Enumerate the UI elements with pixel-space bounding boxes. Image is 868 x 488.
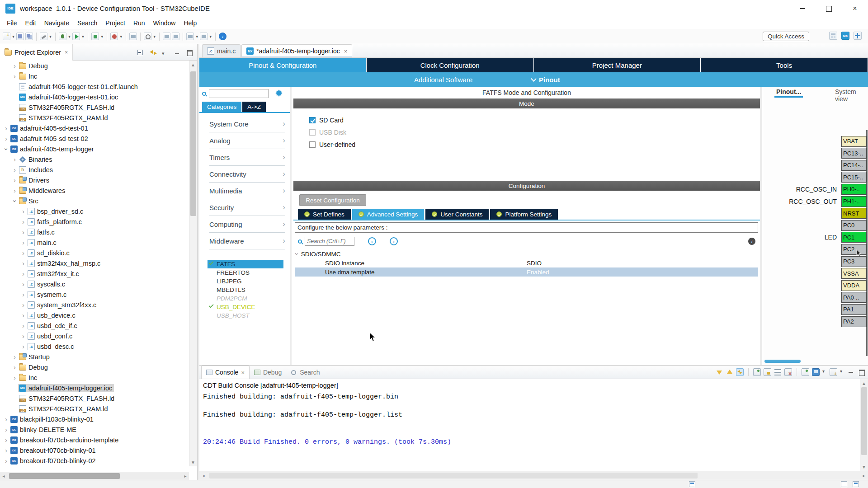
expander-expand-icon[interactable]: › [11, 354, 18, 360]
pin-vbat[interactable]: VBAT [841, 136, 867, 147]
scroll-right-icon[interactable]: ▸ [861, 472, 867, 479]
category-system-core[interactable]: System Core› [209, 116, 285, 132]
expander-expand-icon[interactable]: › [11, 188, 18, 194]
tree-item-binaries[interactable]: ›Binaries [0, 154, 189, 164]
console-tab-console[interactable]: Console× [201, 366, 250, 379]
editor-horizontal-scrollbar[interactable]: ◂ ▸ [199, 471, 868, 480]
tab-pinout[interactable]: Pinout... [776, 88, 801, 95]
expander-expand-icon[interactable]: › [11, 73, 18, 80]
middleware-usb-host[interactable]: USB_HOST [208, 311, 283, 320]
maximize-view-icon[interactable] [858, 368, 865, 376]
tree-item-blinky-delete-me[interactable]: ›blinky-DELETE-ME [0, 424, 189, 435]
word-wrap-icon[interactable] [774, 368, 782, 376]
editor-tab-adafruit-f405-temp-logger-ioc[interactable]: *adafruit-f405-temp-logger.ioc× [241, 44, 352, 57]
ioc-tab-project-manager[interactable]: Project Manager [534, 58, 701, 72]
menu-navigate[interactable]: Navigate [40, 18, 73, 28]
pinout-horizontal-scrollbar-thumb[interactable] [764, 360, 801, 363]
collapse-all-icon[interactable] [137, 49, 145, 56]
param-row-use-dma-template[interactable]: Use dma templateEnabled [295, 267, 758, 277]
pin-ph0[interactable]: PH0-.. [841, 184, 867, 195]
dropdown-caret-icon[interactable]: ▾ [196, 34, 198, 39]
gear-icon[interactable] [275, 89, 283, 99]
expander-expand-icon[interactable]: › [20, 260, 27, 267]
scroll-up-icon[interactable]: ▲ [190, 61, 196, 68]
param-value[interactable]: SDIO [527, 260, 758, 267]
tree-item-debug[interactable]: ›Debug [0, 61, 189, 71]
expander-collapse-icon[interactable]: › [293, 253, 301, 255]
scroll-left-icon[interactable]: ◂ [200, 472, 207, 479]
tree-item-usbd-cdc-if-c[interactable]: ›usbd_cdc_if.c [0, 320, 189, 331]
menu-file[interactable]: File [3, 18, 21, 28]
middleware-pdm2pcm[interactable]: PDM2PCM [208, 294, 283, 303]
next-match-button[interactable] [390, 237, 398, 245]
editor-tab-main-c[interactable]: main.c [202, 44, 241, 57]
open-console-icon[interactable] [802, 368, 809, 376]
settings-tab-platform-settings[interactable]: Platform Settings [490, 209, 558, 220]
window-minimize-button[interactable] [789, 0, 816, 17]
expander-expand-icon[interactable]: › [3, 136, 9, 142]
scrollbar-thumb[interactable] [209, 473, 698, 479]
info-icon[interactable] [219, 33, 226, 40]
middleware-freertos[interactable]: FREERTOS [208, 268, 283, 277]
dropdown-caret-icon[interactable]: ▾ [82, 34, 84, 39]
menu-project[interactable]: Project [101, 18, 129, 28]
checkbox-icon[interactable] [309, 129, 316, 136]
tree-item-sd-diskio-c[interactable]: ›sd_diskio.c [0, 248, 189, 258]
pin-vdda[interactable]: VDDA [841, 280, 867, 291]
expander-collapse-icon[interactable]: › [12, 197, 18, 204]
tree-item-usb-device-c[interactable]: ›usb_device.c [0, 310, 189, 320]
scroll-down-icon[interactable] [715, 368, 723, 376]
checkbox-icon[interactable] [309, 141, 316, 148]
pin-pc2[interactable]: PC2 [841, 244, 867, 255]
expander-expand-icon[interactable]: › [20, 323, 27, 329]
param-value[interactable]: Enabled [527, 269, 758, 276]
console-vertical-scrollbar[interactable]: ▲ ▼ [860, 379, 868, 471]
tree-item-syscalls-c[interactable]: ›syscalls.c [0, 279, 189, 289]
expander-expand-icon[interactable]: › [20, 302, 27, 308]
scrollbar-thumb[interactable] [861, 387, 867, 455]
scroll-right-icon[interactable]: ▸ [182, 473, 189, 479]
save-all-icon[interactable] [25, 33, 33, 40]
expander-expand-icon[interactable]: › [3, 437, 9, 443]
tree-item-inc[interactable]: ›Inc [0, 372, 189, 383]
dropdown-caret-icon[interactable]: ▾ [68, 34, 71, 39]
middleware-usb-device[interactable]: USB_DEVICE [208, 303, 283, 311]
pin-console-icon[interactable] [753, 368, 761, 376]
expander-expand-icon[interactable]: › [20, 208, 27, 215]
close-icon[interactable]: × [344, 48, 348, 55]
expander-expand-icon[interactable]: › [20, 239, 27, 246]
category-security[interactable]: Security› [209, 199, 285, 216]
menu-search[interactable]: Search [73, 18, 101, 28]
device-configuration-perspective-icon[interactable] [841, 32, 849, 40]
menu-edit[interactable]: Edit [21, 18, 40, 28]
expander-expand-icon[interactable]: › [20, 271, 27, 277]
expander-expand-icon[interactable]: › [20, 312, 27, 319]
expander-expand-icon[interactable]: › [11, 375, 18, 381]
tree-item-src[interactable]: ›Src [0, 196, 189, 206]
explorer-vertical-scrollbar[interactable]: ▲ ▼ [189, 61, 197, 466]
menu-window[interactable]: Window [149, 18, 180, 28]
tree-item-adafruit-f405-logger-test-01-ioc[interactable]: adafruit-f405-logger-test-01.ioc [0, 92, 189, 102]
show-console-on-output-icon[interactable] [736, 368, 744, 376]
scrollbar-thumb[interactable] [190, 71, 196, 216]
dropdown-caret-icon[interactable]: ▾ [12, 34, 14, 39]
coverage-icon[interactable] [110, 33, 118, 40]
tree-item-bsp-driver-sd-c[interactable]: ›bsp_driver_sd.c [0, 206, 189, 216]
tab-system-view[interactable]: System view [835, 88, 868, 103]
ioc-tab-tools[interactable]: Tools [701, 58, 868, 72]
parameter-group-row[interactable]: › SDIO/SDMMC [296, 249, 340, 258]
open-perspective-icon[interactable] [829, 32, 837, 40]
category-timers[interactable]: Timers› [209, 149, 285, 166]
settings-tab-user-constants[interactable]: User Constants [425, 209, 489, 220]
settings-tab-set-defines[interactable]: Set Defines [298, 209, 351, 220]
scroll-down-icon[interactable]: ▼ [861, 464, 867, 470]
clear-console-icon[interactable] [784, 368, 792, 376]
tree-item-fatfs-c[interactable]: ›fatfs.c [0, 227, 189, 237]
dropdown-caret-icon[interactable]: ▾ [101, 34, 103, 39]
debug-icon[interactable] [59, 33, 66, 40]
scroll-left-icon[interactable]: ◂ [0, 473, 7, 479]
external-tools-icon[interactable] [91, 33, 99, 40]
explorer-horizontal-scrollbar[interactable]: ◂ ▸ [0, 472, 189, 480]
expander-expand-icon[interactable]: › [11, 63, 18, 69]
scroll-up-icon[interactable] [726, 368, 733, 376]
